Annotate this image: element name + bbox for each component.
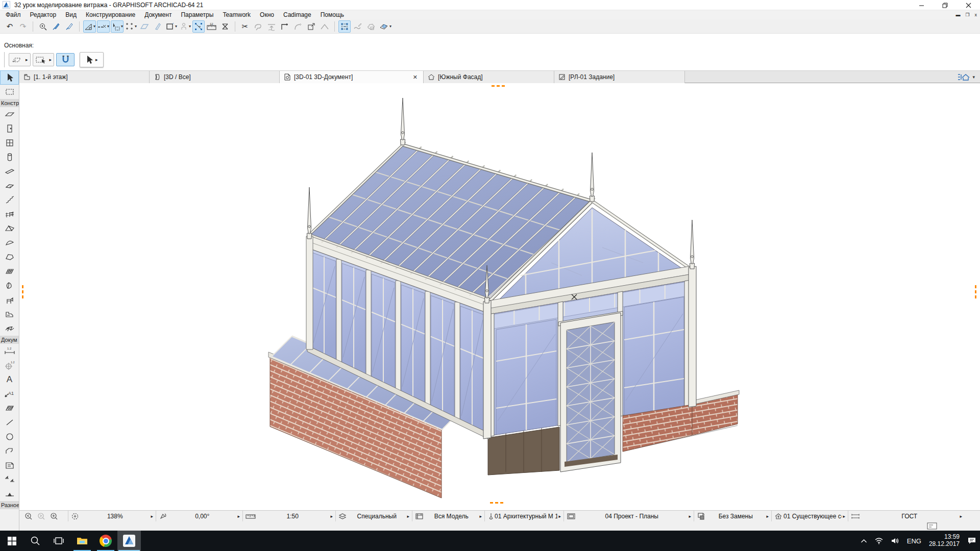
tab-layout-task[interactable]: [РЛ-01 Задание] (554, 71, 685, 83)
revision-cloud-icon[interactable] (365, 20, 377, 33)
line-tool[interactable] (0, 415, 19, 430)
model-filter-segment[interactable]: Вся Модель▸ (412, 511, 485, 521)
selection-method-button[interactable]: ▸ (33, 53, 55, 66)
window-tool[interactable] (0, 136, 19, 150)
start-button[interactable] (0, 531, 23, 551)
label-tool[interactable]: A1 (0, 387, 19, 401)
volume-icon[interactable] (887, 531, 903, 551)
curtain-wall-tool[interactable] (0, 264, 19, 279)
pane-edge-marker-bottom[interactable] (490, 502, 503, 504)
marquee-options-button[interactable]: ▾ (165, 20, 178, 33)
pane-edge-marker-top[interactable] (492, 85, 505, 87)
undo-button[interactable]: ↶ (4, 20, 16, 33)
pane-edge-marker-left[interactable] (22, 285, 23, 298)
skewed-grid-icon[interactable] (138, 20, 151, 33)
language-indicator[interactable]: ENG (903, 531, 925, 551)
doc-restore-button[interactable]: ❐ (965, 12, 969, 17)
morph-tool[interactable] (0, 250, 19, 264)
level-marker-tool[interactable] (0, 487, 19, 501)
snap-nodes-button[interactable] (192, 20, 205, 33)
menu-help[interactable]: Помощь (316, 10, 349, 19)
zoom-in-button[interactable] (47, 511, 60, 521)
tab-3d-all[interactable]: [3D / Все] (150, 71, 280, 83)
polyline-tool[interactable] (0, 444, 19, 458)
file-explorer-button[interactable] (70, 531, 94, 551)
navigator-dropdown-icon[interactable]: ▾ (972, 74, 975, 80)
hidden-icons-chevron[interactable] (857, 531, 871, 551)
resize-button[interactable] (305, 20, 317, 33)
arrow-tool[interactable] (0, 70, 19, 85)
scale-menu-icon[interactable]: ▸ (330, 514, 333, 519)
menu-design[interactable]: Конструирование (81, 10, 140, 19)
action-center-icon[interactable] (964, 531, 980, 551)
freehand-sketch-icon[interactable] (352, 20, 364, 33)
inject-parameters-icon[interactable] (50, 20, 62, 33)
menu-document[interactable]: Документ (140, 10, 176, 19)
roof-tool[interactable] (0, 221, 19, 236)
worksheet-tool[interactable] (0, 458, 19, 472)
task-view-button[interactable] (47, 531, 70, 551)
snap-points-button[interactable]: ▾ (111, 20, 124, 33)
intersect-button[interactable] (279, 20, 291, 33)
next-zoom-button[interactable] (35, 511, 47, 521)
layers-menu-icon[interactable]: ▸ (407, 514, 409, 519)
minimize-button[interactable] (910, 0, 933, 10)
close-button[interactable] (957, 0, 980, 10)
rotation-segment[interactable]: 0,00°▸ (156, 511, 243, 521)
rotation-menu-icon[interactable]: ▸ (237, 514, 240, 519)
stair-tool[interactable] (0, 193, 19, 207)
menu-teamwork[interactable]: Teamwork (218, 10, 255, 19)
menu-file[interactable]: Файл (1, 10, 26, 19)
arrow-tool-quick-button[interactable]: ▸ (80, 52, 104, 67)
shell-freeform-tool[interactable] (0, 279, 19, 293)
search-button[interactable] (23, 531, 47, 551)
figure-options-button[interactable]: ▾ (179, 20, 191, 33)
pick-up-parameters-icon[interactable] (37, 20, 49, 33)
tab-first-floor[interactable]: [1. 1-й этаж] (19, 71, 150, 83)
slant-button[interactable] (318, 20, 331, 33)
menu-cadimage[interactable]: Cadimage (279, 10, 316, 19)
edit-nodes-button[interactable] (338, 20, 351, 33)
menu-window[interactable]: Окно (255, 10, 279, 19)
renovation-segment[interactable]: 01 Существующее состо...▸ (772, 511, 848, 521)
fillet-button[interactable] (292, 20, 304, 33)
zoom-menu-icon[interactable]: ▸ (151, 514, 153, 519)
tracker-box-icon[interactable] (927, 522, 937, 530)
cutting-plane-button[interactable]: ▾ (378, 20, 392, 33)
marquee-method-button[interactable]: ▸ (9, 53, 31, 66)
wifi-icon[interactable] (871, 531, 887, 551)
guide-lines-button[interactable]: ▾ (83, 20, 96, 33)
door-tool[interactable] (0, 121, 19, 136)
text-tool[interactable]: A (0, 372, 19, 387)
layer-combination-segment[interactable]: Специальный▸ (336, 511, 412, 521)
toolbox-section-construct[interactable]: Констр (0, 99, 19, 107)
dimension-standard-menu-icon[interactable]: ▸ (960, 514, 962, 519)
pen-set-segment[interactable]: 01 Архитектурный М 1:...▸ (485, 511, 564, 521)
suspend-groups-icon[interactable] (219, 20, 231, 33)
wall-tool[interactable] (0, 107, 19, 121)
tab-close-icon[interactable]: ✕ (411, 74, 419, 81)
mesh-tool[interactable] (0, 321, 19, 336)
object-tool[interactable] (0, 293, 19, 307)
toolbox-section-document[interactable]: Докум (0, 336, 19, 344)
renovation-menu-icon[interactable]: ▸ (843, 514, 845, 519)
measure-button[interactable]: 12 (206, 20, 218, 33)
snap-magnet-button[interactable] (56, 53, 75, 66)
archicad-taskbar-button[interactable] (117, 531, 141, 551)
redo-button[interactable]: ↷ (17, 20, 29, 33)
clock[interactable]: 13:59 28.12.2017 (925, 531, 964, 551)
dimension-standard-segment[interactable]: ГОСТ▸ (848, 511, 965, 521)
toolbox-section-misc[interactable]: Разное (0, 501, 19, 509)
pen-set-menu-icon[interactable]: ▸ (558, 514, 561, 519)
railing-tool[interactable] (0, 207, 19, 221)
pane-edge-marker-right[interactable] (975, 285, 976, 298)
menu-options[interactable]: Параметры (176, 10, 218, 19)
radial-dimension-tool[interactable]: 1.2 (0, 358, 19, 372)
marquee-tool[interactable] (0, 85, 19, 99)
adjust-button[interactable] (265, 20, 278, 33)
previous-zoom-button[interactable] (22, 511, 35, 521)
fill-tool[interactable] (0, 401, 19, 415)
doc-close-button[interactable]: x (975, 12, 977, 17)
zoom-segment[interactable]: 138%▸ (68, 511, 156, 521)
menu-edit[interactable]: Редактор (26, 10, 61, 19)
